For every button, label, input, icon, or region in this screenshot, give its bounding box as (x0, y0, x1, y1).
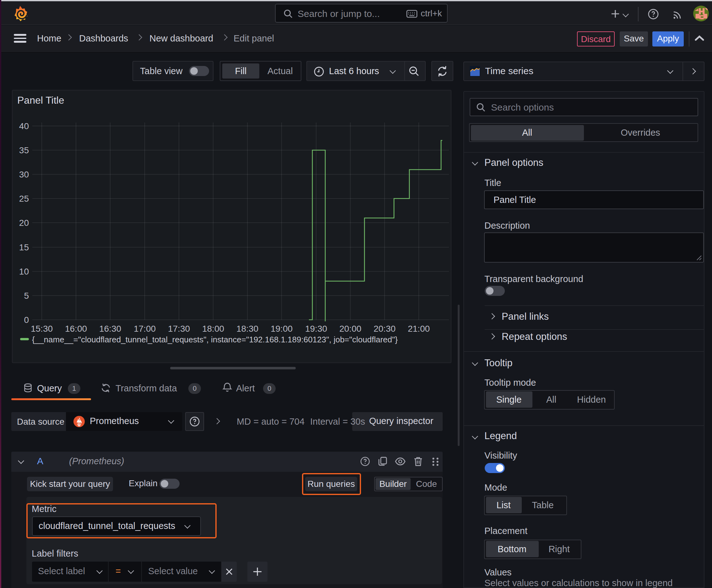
svg-text:0: 0 (24, 315, 28, 325)
svg-text:5: 5 (24, 291, 28, 300)
svg-text:20:30: 20:30 (373, 324, 395, 334)
svg-text:30: 30 (19, 170, 28, 180)
svg-text:18:00: 18:00 (202, 324, 224, 334)
svg-text:19:00: 19:00 (270, 324, 292, 334)
svg-text:19:30: 19:30 (305, 324, 327, 334)
svg-text:25: 25 (19, 194, 28, 204)
svg-text:10: 10 (19, 267, 28, 276)
svg-text:15: 15 (19, 243, 28, 252)
svg-text:20: 20 (19, 218, 28, 228)
svg-text:21:00: 21:00 (408, 324, 429, 334)
svg-text:17:00: 17:00 (133, 324, 155, 334)
svg-text:40: 40 (19, 121, 28, 131)
svg-text:17:30: 17:30 (168, 324, 190, 334)
svg-text:16:00: 16:00 (65, 324, 87, 334)
svg-text:{__name__="cloudflared_tunnel_: {__name__="cloudflared_tunnel_total_requ… (32, 335, 397, 344)
svg-text:15:30: 15:30 (30, 324, 52, 334)
svg-text:16:30: 16:30 (99, 324, 121, 334)
svg-text:35: 35 (19, 145, 28, 155)
svg-text:20:00: 20:00 (339, 324, 361, 334)
svg-text:18:30: 18:30 (236, 324, 258, 334)
